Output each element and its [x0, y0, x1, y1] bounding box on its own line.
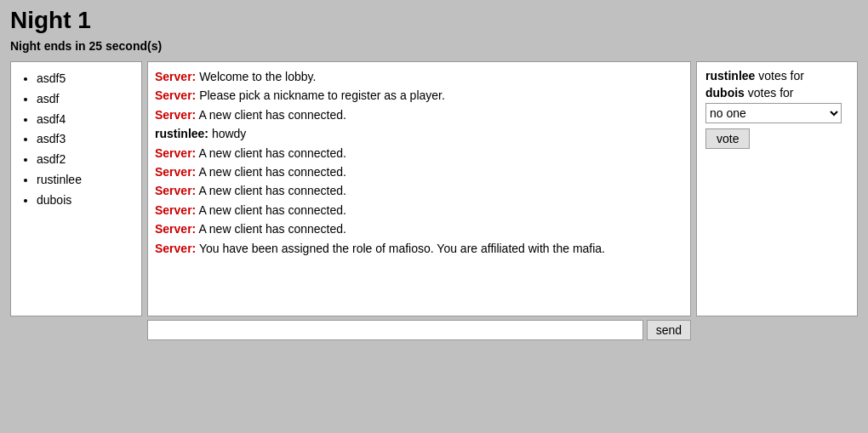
message-text: Welcome to the lobby.	[196, 70, 316, 83]
message-text: A new client has connected.	[196, 146, 346, 160]
rustinlee-label: rustinlee	[705, 69, 755, 83]
dubois-label: dubois	[705, 86, 745, 100]
chat-message: Server: Welcome to the lobby.	[155, 67, 683, 86]
chat-message: Server: A new client has connected.	[155, 162, 683, 181]
message-sender: Server:	[155, 88, 196, 102]
message-text: A new client has connected.	[196, 108, 346, 122]
voting-panel: rustinlee votes for dubois votes for no …	[696, 61, 858, 316]
player-item: asdf	[37, 89, 133, 110]
page-title: Night 1	[10, 7, 858, 34]
chat-message: Server: Please pick a nickname to regist…	[155, 86, 683, 105]
chat-message: Server: A new client has connected.	[155, 144, 683, 162]
chat-area: Server: Welcome to the lobby.Server: Ple…	[147, 61, 691, 340]
dubois-votes-suffix: votes for	[745, 86, 794, 100]
message-sender: Server:	[155, 242, 196, 255]
message-sender: Server:	[155, 108, 196, 122]
players-list: asdf5asdfasdf4asdf3asdf2rustinleedubois	[20, 69, 133, 211]
player-item: asdf4	[37, 110, 133, 130]
chat-log[interactable]: Server: Welcome to the lobby.Server: Ple…	[147, 61, 691, 316]
message-text: A new client has connected.	[196, 222, 346, 236]
vote-select[interactable]: no oneasdf5asdfasdf4asdf3asdf2rustinleed…	[705, 103, 842, 123]
dubois-votes-line: dubois votes for	[705, 86, 848, 100]
rustinlee-votes-suffix: votes for	[755, 69, 804, 83]
message-sender: rustinlee:	[155, 127, 208, 140]
player-item: rustinlee	[37, 170, 133, 191]
chat-message: Server: A new client has connected.	[155, 219, 683, 238]
vote-button[interactable]: vote	[705, 128, 750, 149]
chat-message: Server: A new client has connected.	[155, 181, 683, 200]
message-sender: Server:	[155, 165, 196, 179]
message-sender: Server:	[155, 70, 196, 83]
message-sender: Server:	[155, 222, 196, 236]
player-item: asdf3	[37, 129, 133, 150]
message-text: You have been assigned the role of mafio…	[196, 242, 605, 255]
message-text: Please pick a nickname to register as a …	[196, 88, 445, 102]
chat-input-row: send	[147, 320, 691, 340]
main-layout: asdf5asdfasdf4asdf3asdf2rustinleedubois …	[10, 61, 858, 340]
message-sender: Server:	[155, 184, 196, 197]
player-item: asdf2	[37, 150, 133, 170]
chat-input[interactable]	[147, 320, 643, 340]
message-text: A new client has connected.	[196, 184, 346, 197]
rustinlee-votes-line: rustinlee votes for	[705, 69, 848, 83]
night-timer: Night ends in 25 second(s)	[10, 39, 858, 53]
chat-message: Server: A new client has connected.	[155, 201, 683, 219]
message-text: A new client has connected.	[196, 165, 346, 179]
message-sender: Server:	[155, 146, 196, 160]
player-item: dubois	[37, 191, 133, 211]
chat-message: Server: A new client has connected.	[155, 105, 683, 124]
players-panel: asdf5asdfasdf4asdf3asdf2rustinleedubois	[10, 61, 142, 316]
player-item: asdf5	[37, 69, 133, 89]
message-text: howdy	[208, 127, 246, 140]
chat-message: Server: You have been assigned the role …	[155, 239, 683, 258]
message-sender: Server:	[155, 203, 196, 217]
message-text: A new client has connected.	[196, 203, 346, 217]
send-button[interactable]: send	[647, 320, 691, 340]
chat-message: rustinlee: howdy	[155, 124, 683, 143]
